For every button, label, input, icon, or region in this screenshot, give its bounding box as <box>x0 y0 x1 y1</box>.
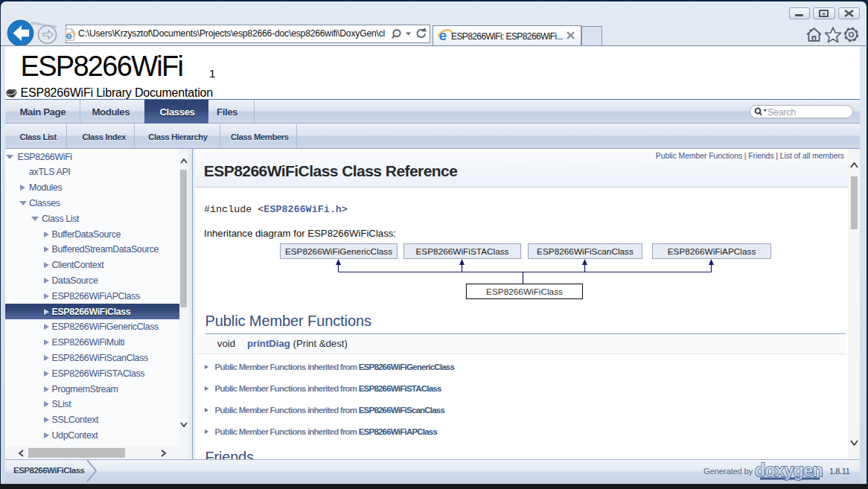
svg-text:doxygen: doxygen <box>755 461 823 480</box>
svg-text:ESP8266WiFiScanClass: ESP8266WiFiScanClass <box>537 246 634 257</box>
svg-text:ESP8266WiFiGenericClass: ESP8266WiFiGenericClass <box>285 246 392 257</box>
svg-text:ESP8266WiFiClass: ESP8266WiFiClass <box>486 287 563 297</box>
svg-text:ESP8266WiFiAPClass: ESP8266WiFiAPClass <box>668 246 756 257</box>
svg-text:ESP8266WiFiSTAClass: ESP8266WiFiSTAClass <box>416 246 509 257</box>
